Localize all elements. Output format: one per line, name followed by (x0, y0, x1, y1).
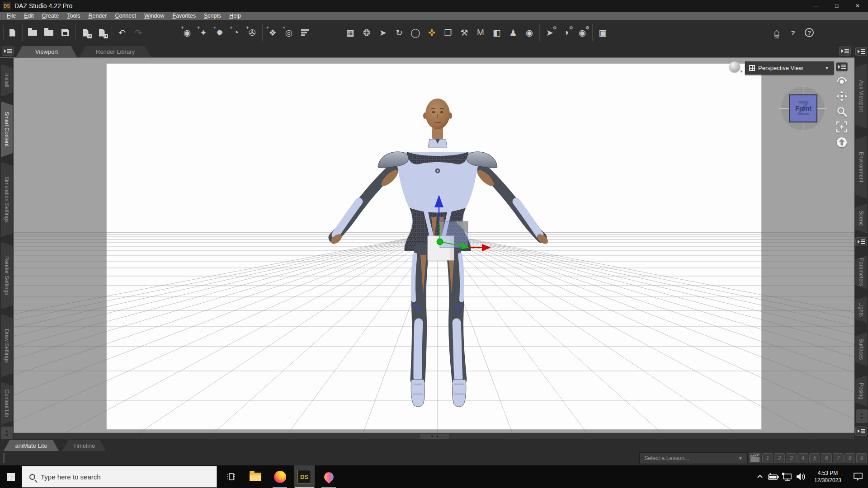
gizmo-origin[interactable] (437, 239, 443, 245)
translate-tool-button[interactable]: ✜ (424, 24, 440, 41)
dock-tab-scene[interactable]: Scene (855, 203, 867, 234)
search-input[interactable] (41, 473, 190, 481)
camera-view-selector[interactable]: Perspective View ▼ (745, 61, 834, 75)
lesson-select-dropdown[interactable]: Select a Lesson... ▼ (639, 452, 748, 464)
lesson-6-button[interactable]: 6 (821, 453, 832, 463)
menu-render[interactable]: Render (84, 12, 111, 20)
render-button[interactable]: ▣ (594, 24, 611, 41)
frame-icon[interactable] (836, 121, 848, 133)
menu-tools[interactable]: Tools (63, 12, 84, 20)
export-button[interactable]: ➜ (94, 24, 110, 41)
file-explorer-button[interactable] (245, 465, 266, 488)
paint-3d-button[interactable] (318, 465, 339, 488)
scene-grid-tool-button[interactable]: ▦ (342, 24, 359, 41)
merge-file-button[interactable] (41, 24, 57, 41)
lesson-8-button[interactable]: 8 (844, 453, 855, 463)
tab-timeline[interactable]: Timeline (62, 440, 106, 451)
task-view-button[interactable] (221, 465, 241, 488)
universal-tool-button[interactable]: ◯ (407, 24, 424, 41)
draw-style-arrow-icon[interactable]: ▼ (740, 70, 743, 74)
list-view-button[interactable] (297, 24, 313, 41)
splitter-handle[interactable]: ▼ ▲ (420, 434, 449, 439)
viewport-sphere-tool-button[interactable]: ❂ (359, 24, 375, 41)
minimize-button[interactable]: — (806, 0, 826, 12)
menu-favorites[interactable]: Favorites (168, 12, 199, 20)
redo-button[interactable]: ↷ (130, 24, 146, 41)
pointer-settings-button[interactable]: ➤⚙ (542, 24, 558, 41)
dock-tab-render-settings[interactable]: Render Settings (1, 242, 13, 310)
open-file-button[interactable] (24, 24, 41, 41)
pane-menu-icon[interactable] (2, 47, 14, 56)
start-button[interactable] (0, 465, 22, 488)
pane-menu-icon[interactable] (855, 47, 867, 56)
dock-tab-install[interactable]: Install (1, 64, 13, 97)
daz-studio-taskbar-button[interactable]: DS (294, 465, 315, 488)
scale-tool-button[interactable]: ❐ (440, 24, 456, 41)
node-selection-tool-button[interactable]: ➤ (375, 24, 391, 41)
camera-settings-button[interactable]: ◉⚙ (574, 24, 590, 41)
scroll-up-icon[interactable]: ▲ (860, 412, 863, 416)
menu-help[interactable]: Help (225, 12, 245, 20)
pane-menu-icon[interactable] (855, 427, 867, 436)
draw-style-sphere-icon[interactable] (729, 61, 740, 72)
dock-tab-parameters[interactable]: Parameters (855, 255, 867, 289)
viewport-menu-icon[interactable] (836, 62, 848, 71)
scroll-up-icon[interactable]: ▲ (5, 429, 9, 433)
dock-tab-smart-content[interactable]: Smart Content (1, 101, 13, 157)
tab-viewport[interactable]: Viewport (16, 46, 77, 57)
scroll-down-icon[interactable]: ▼ (860, 416, 863, 420)
new-file-button[interactable] (4, 24, 20, 41)
dock-scroll-arrows[interactable]: ▲ ▼ (1, 427, 13, 440)
new-spotlight-button[interactable]: +◔ (228, 24, 244, 41)
taskbar-search[interactable] (22, 466, 217, 488)
firefox-button[interactable] (269, 465, 290, 488)
rotate-tool-button[interactable]: ↻ (391, 24, 407, 41)
maximize-button[interactable]: □ (826, 0, 847, 12)
pane-menu-icon[interactable] (855, 237, 867, 246)
zoom-icon[interactable] (836, 106, 848, 117)
new-distant-light-button[interactable]: +✦ (195, 24, 212, 41)
menu-window[interactable]: Window (140, 12, 168, 20)
menu-create[interactable]: Create (38, 12, 63, 20)
whats-this-button[interactable]: ? (785, 24, 801, 41)
undo-button[interactable]: ↶ (114, 24, 130, 41)
camera-cursor-tool-button[interactable]: ◉ (521, 24, 538, 41)
figure-setup-tool-button[interactable]: ♟ (505, 24, 521, 41)
tab-animate-lite[interactable]: aniMate Lite (4, 440, 59, 451)
pan-icon[interactable] (836, 90, 848, 102)
panel-grip[interactable] (3, 453, 5, 463)
network-status[interactable] (780, 465, 794, 488)
dock-tab-content-library[interactable]: Content Lib (1, 382, 13, 425)
import-button[interactable]: ➜ (77, 24, 94, 41)
surface-selection-tool-button[interactable]: ◧ (489, 24, 505, 41)
menu-edit[interactable]: Edit (20, 12, 38, 20)
lesson-play-button[interactable] (749, 453, 761, 463)
new-primitive-button[interactable]: +❖ (264, 24, 281, 41)
view-cube[interactable]: Z Front (789, 94, 817, 122)
dock-tab-aux-viewport[interactable]: Aux Viewport (855, 63, 867, 129)
lesson-7-button[interactable]: 7 (833, 453, 844, 463)
lesson-9-button[interactable]: 9 (856, 453, 867, 463)
joint-editor-tool-button[interactable]: ⚒ (456, 24, 472, 41)
battery-status[interactable] (767, 465, 780, 488)
dock-scroll-arrows[interactable]: ▲ ▼ (856, 409, 868, 423)
close-button[interactable]: ✕ (847, 0, 868, 12)
new-camera-button[interactable]: +◉ (179, 24, 195, 41)
home-reset-icon[interactable] (836, 136, 848, 148)
tray-chevron-button[interactable] (753, 465, 767, 488)
action-center-button[interactable] (848, 465, 868, 488)
lesson-4-button[interactable]: 4 (797, 453, 808, 463)
menu-file[interactable]: File (3, 12, 20, 20)
dock-tab-posing[interactable]: Posing (855, 375, 867, 407)
menu-scripts[interactable]: Scripts (200, 12, 225, 20)
lesson-5-button[interactable]: 5 (809, 453, 820, 463)
orbit-icon[interactable] (836, 75, 848, 87)
new-null-button[interactable]: +◎ (281, 24, 297, 41)
viewport-3d[interactable]: ▼ Perspective View ▼ Z Front (14, 58, 854, 433)
volume-status[interactable] (794, 465, 807, 488)
lesson-2-button[interactable]: 2 (774, 453, 785, 463)
scroll-down-icon[interactable]: ▼ (5, 433, 9, 437)
new-point-light-button[interactable]: +✹ (212, 24, 228, 41)
tab-render-library[interactable]: Render Library (80, 46, 151, 57)
lesson-1-button[interactable]: 1 (762, 453, 773, 463)
